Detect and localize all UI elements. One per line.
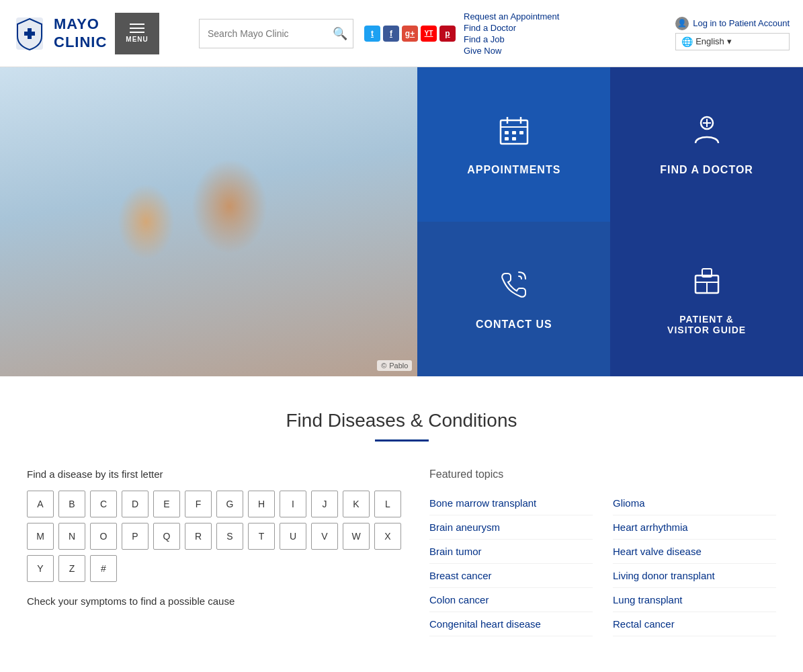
alpha-k[interactable]: K (343, 491, 370, 517)
alpha-s[interactable]: S (216, 523, 243, 550)
alpha-a[interactable]: A (27, 491, 54, 517)
search-button[interactable]: 🔍 (327, 26, 353, 41)
congenital-heart-link[interactable]: Congenital heart disease (429, 612, 593, 636)
patient-visitor-icon (690, 263, 724, 303)
menu-button[interactable]: MENU (115, 13, 159, 54)
appointments-tile[interactable]: APPOINTMENTS (417, 67, 610, 222)
youtube-icon[interactable]: YT (421, 26, 437, 42)
alpha-g[interactable]: G (216, 491, 243, 517)
featured-col1: Bone marrow transplant Brain aneurysm Br… (429, 491, 593, 636)
alpha-b[interactable]: B (58, 491, 85, 517)
logo-line1: MAYO (54, 15, 107, 33)
alpha-r[interactable]: R (185, 523, 212, 550)
alpha-n[interactable]: N (58, 523, 85, 550)
alphabet-row3: Y Z # (27, 555, 403, 582)
svg-rect-9 (519, 131, 523, 134)
alpha-h[interactable]: H (248, 491, 275, 517)
alpha-t[interactable]: T (248, 523, 275, 550)
menu-label: MENU (126, 36, 148, 43)
alpha-c[interactable]: C (90, 491, 117, 517)
heart-arrhythmia-link[interactable]: Heart arrhythmia (613, 515, 776, 540)
alpha-z[interactable]: Z (58, 555, 85, 582)
alpha-hash[interactable]: # (90, 555, 117, 582)
logo-text-block: MAYO CLINIC (54, 15, 107, 51)
symptoms-label: Check your symptoms to find a possible c… (27, 595, 403, 607)
brain-tumor-link[interactable]: Brain tumor (429, 540, 593, 564)
alphabet-row1: A B C D E F G H I J K L (27, 491, 403, 517)
rectal-cancer-link[interactable]: Rectal cancer (613, 612, 776, 636)
hero-section: © Pablo APPOINTMENTS (0, 67, 803, 376)
alpha-o[interactable]: O (90, 523, 117, 550)
page-header: MAYO CLINIC MENU 🔍 t f g+ YT p Request a… (0, 0, 803, 67)
alphabet-row2: M N O P Q R S T U V W X (27, 523, 403, 550)
featured-label: Featured topics (429, 468, 776, 480)
logo-area: MAYO CLINIC MENU (13, 13, 188, 54)
alpha-i[interactable]: I (280, 491, 306, 517)
svg-rect-2 (24, 32, 35, 36)
alpha-l[interactable]: L (374, 491, 401, 517)
glioma-link[interactable]: Glioma (613, 491, 776, 515)
patient-visitor-label: PATIENT &VISITOR GUIDE (667, 314, 746, 335)
alpha-f[interactable]: F (185, 491, 212, 517)
alpha-e[interactable]: E (153, 491, 180, 517)
photo-credit: © Pablo (377, 360, 412, 371)
login-label: Log in to Patient Account (693, 18, 790, 28)
menu-bar-3 (130, 32, 144, 33)
facebook-icon[interactable]: f (383, 26, 399, 42)
brain-aneurysm-link[interactable]: Brain aneurysm (429, 515, 593, 540)
language-selector[interactable]: 🌐 English ▾ (675, 33, 790, 50)
alpha-p[interactable]: P (122, 523, 149, 550)
login-button[interactable]: 👤 Log in to Patient Account (675, 17, 790, 30)
svg-rect-8 (512, 131, 516, 134)
account-area: 👤 Log in to Patient Account 🌐 English ▾ (675, 17, 790, 50)
heart-valve-link[interactable]: Heart valve disease (613, 540, 776, 564)
gplus-icon[interactable]: g+ (402, 26, 418, 42)
find-doctor-icon (690, 114, 724, 153)
colon-cancer-link[interactable]: Colon cancer (429, 588, 593, 612)
alpha-d[interactable]: D (122, 491, 149, 517)
mayo-clinic-logo-icon (13, 15, 46, 52)
search-icon: 🔍 (333, 27, 347, 40)
hero-actions: APPOINTMENTS FIND A DOCTOR (417, 67, 803, 376)
alpha-u[interactable]: U (280, 523, 306, 550)
breast-cancer-link[interactable]: Breast cancer (429, 564, 593, 588)
nav-links: Request an Appointment Find a Doctor Fin… (464, 11, 559, 56)
alpha-v[interactable]: V (311, 523, 338, 550)
alpha-m[interactable]: M (27, 523, 54, 550)
find-doctor-link[interactable]: Find a Doctor (464, 23, 559, 33)
contact-us-icon (497, 268, 531, 308)
menu-bar-2 (130, 28, 144, 29)
title-underline (375, 439, 429, 442)
featured-col2: Glioma Heart arrhythmia Heart valve dise… (613, 491, 776, 636)
alpha-j[interactable]: J (311, 491, 338, 517)
contact-us-tile[interactable]: CONTACT US (417, 222, 610, 376)
find-job-link[interactable]: Find a Job (464, 34, 559, 44)
alpha-x[interactable]: X (374, 523, 401, 550)
logo-line2: CLINIC (54, 34, 107, 51)
language-label: English (695, 36, 724, 46)
find-doctor-tile[interactable]: FIND A DOCTOR (610, 67, 803, 222)
alpha-q[interactable]: Q (153, 523, 180, 550)
social-icons: t f g+ YT p (364, 26, 456, 42)
svg-rect-11 (512, 137, 516, 140)
hero-photo (0, 67, 417, 376)
lung-transplant-link[interactable]: Lung transplant (613, 588, 776, 612)
give-now-link[interactable]: Give Now (464, 46, 559, 56)
search-input[interactable] (200, 23, 327, 44)
hero-image: © Pablo (0, 67, 417, 376)
featured-section: Featured topics Bone marrow transplant B… (429, 468, 776, 636)
request-appointment-link[interactable]: Request an Appointment (464, 11, 559, 22)
alpha-w[interactable]: W (343, 523, 370, 550)
bone-marrow-link[interactable]: Bone marrow transplant (429, 491, 593, 515)
diseases-title: Find Diseases & Conditions (27, 410, 776, 431)
alphabet-section: Find a disease by its first letter A B C… (27, 468, 403, 636)
menu-bar-1 (130, 24, 144, 25)
svg-rect-10 (505, 137, 509, 140)
svg-rect-7 (505, 131, 509, 134)
find-doctor-label: FIND A DOCTOR (660, 164, 753, 176)
twitter-icon[interactable]: t (364, 26, 380, 42)
alpha-y[interactable]: Y (27, 555, 54, 582)
pinterest-icon[interactable]: p (439, 26, 456, 42)
living-donor-link[interactable]: Living donor transplant (613, 564, 776, 588)
patient-visitor-tile[interactable]: PATIENT &VISITOR GUIDE (610, 222, 803, 376)
